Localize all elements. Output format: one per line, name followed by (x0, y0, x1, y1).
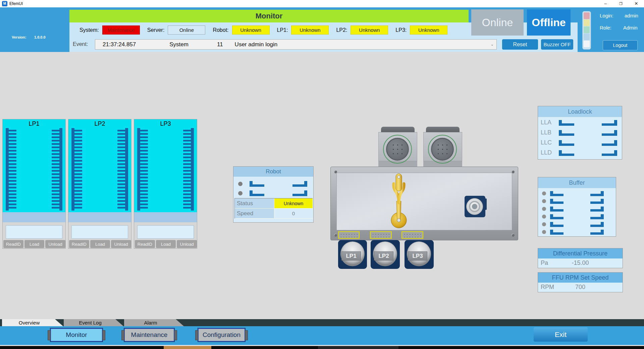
loadlock-row-label: LLC (541, 139, 552, 146)
lp3-cassette-panel: LP3 ReadID Load Unload (134, 119, 197, 249)
event-code: 11 (217, 41, 223, 48)
robot-status-table: Status Unknown Speed 0 (234, 198, 313, 219)
wafer-bracket-right-icon (602, 130, 617, 136)
lp2-status-value: Unknown (351, 25, 388, 35)
wafer-bracket-left-icon (550, 230, 564, 235)
buffer-slot-row (538, 228, 616, 236)
wafer-bracket-right-icon (590, 230, 604, 235)
loadlock-panel: Loadlock LLA LLB LLC LLD (538, 106, 622, 160)
loadlock-chamber-b-graphic (423, 127, 462, 167)
configuration-nav-button[interactable]: Configuration (198, 328, 245, 342)
server-status-value: Online (168, 25, 205, 35)
robot-status-value: Unknown (232, 25, 270, 35)
wafer-bracket-left-icon (250, 190, 264, 196)
lp2-status-label: LP2: (336, 27, 347, 33)
lp2-load-button[interactable]: Load (90, 240, 110, 248)
presence-dot-icon (542, 230, 546, 234)
version-box: Version: 1.0.0.0 (2, 7, 69, 52)
event-time: 21:37:24.857 (103, 41, 136, 48)
screw-icon (334, 234, 337, 237)
lp2-cassette-title: LP2 (68, 120, 131, 127)
exit-button[interactable]: Exit (534, 327, 588, 342)
reset-button[interactable]: Reset (502, 39, 538, 50)
maintenance-nav-button[interactable]: Maintenance (124, 328, 174, 342)
server-status-label: Server: (147, 27, 165, 33)
lp1-cassette-panel: LP1 ReadID Load Unload (2, 119, 66, 249)
robot-speed-row-value: 0 (274, 209, 313, 218)
lp3-load-button[interactable]: Load (156, 240, 176, 248)
lp1-status-band (3, 212, 65, 222)
chamber-pin-dots (391, 143, 405, 156)
wafer-bracket-left-icon (559, 150, 574, 156)
tower-segment-green (584, 26, 590, 33)
tower-segment-blue (584, 34, 590, 40)
wafer-bracket-right-icon (292, 190, 307, 196)
lp1-load-button[interactable]: Load (24, 240, 45, 248)
lp2-unload-button[interactable]: Unload (111, 240, 131, 248)
robot-arm-a-sensors (233, 179, 313, 189)
lp3-readid-button[interactable]: ReadID (135, 240, 155, 248)
wafer-bracket-left-icon (559, 120, 574, 126)
lp2-readid-button[interactable]: ReadID (69, 240, 89, 248)
tab-overview[interactable]: Overview (2, 319, 63, 326)
lp1-loadport-label: LP1 (341, 251, 361, 260)
wafer-slot-rack (183, 128, 194, 211)
window-titlebar: M EfemUI – ❐ ✕ (0, 0, 644, 7)
login-value: admin (625, 13, 638, 18)
lp3-status-band (134, 212, 197, 222)
wafer-bracket-left-icon (550, 214, 564, 219)
wafer-bracket-left-icon (550, 207, 564, 212)
signal-tower-indicator (582, 11, 591, 50)
wafer-bracket-right-icon (602, 120, 617, 126)
monitor-nav-button[interactable]: Monitor (50, 328, 103, 342)
robot-status-row-label: Status (235, 198, 274, 208)
online-button[interactable]: Online (471, 9, 524, 36)
wafer-aligner-graphic (465, 196, 485, 217)
tab-alarm[interactable]: Alarm (124, 319, 184, 326)
robot-arm-graphic (385, 172, 412, 229)
lp2-cassette-panel: LP2 ReadID Load Unload (68, 119, 131, 249)
ffu-rpm-title: FFU RPM Set Speed (538, 273, 623, 283)
close-icon[interactable]: ✕ (629, 0, 644, 7)
offline-button[interactable]: Offline (527, 9, 571, 36)
lp2-door-graphic (370, 231, 392, 239)
buzzer-off-button[interactable]: Buzzer OFF (541, 39, 573, 50)
tower-segment-yellow (584, 19, 590, 26)
wafer-bracket-right-icon (602, 140, 617, 146)
version-value: 1.0.0.0 (34, 35, 46, 39)
presence-dot-icon (238, 191, 243, 195)
lp3-unload-button[interactable]: Unload (177, 240, 197, 248)
wafer-bracket-right-icon (590, 214, 604, 219)
login-label: Login: (600, 13, 613, 18)
lp2-loadport-label: LP2 (374, 251, 393, 260)
wafer-bracket-right-icon (590, 207, 604, 212)
lp1-unload-button[interactable]: Unload (45, 240, 65, 248)
wafer-bracket-left-icon (559, 130, 574, 136)
lp1-readid-button[interactable]: ReadID (3, 240, 23, 248)
buffer-slot-row (538, 221, 616, 228)
lp3-carrier-id-field[interactable] (137, 225, 194, 239)
buffer-slot-row (538, 205, 616, 213)
minimize-icon[interactable]: – (598, 0, 613, 7)
restore-icon[interactable]: ❐ (613, 0, 629, 7)
lp1-status-label: LP1: (277, 27, 288, 33)
pressure-value: -15.00 (538, 259, 623, 267)
logout-button[interactable]: Logout (603, 40, 638, 50)
tab-event-log[interactable]: Event Log (64, 319, 123, 326)
loadlock-chamber-a-graphic (378, 127, 417, 167)
lp1-cassette-map: LP1 (3, 119, 65, 212)
tower-segment-red (584, 12, 590, 19)
wafer-slot-rack (71, 128, 82, 211)
loadlock-row-label: LLB (541, 129, 551, 136)
event-dropdown[interactable]: 21:37:24.857 System 11 User admin login … (95, 39, 497, 50)
lp1-cassette-title: LP1 (3, 120, 65, 127)
lp1-status-value: Unknown (291, 25, 329, 35)
lp3-status-label: LP3: (395, 27, 407, 33)
lp1-carrier-id-field[interactable] (6, 225, 62, 239)
robot-status-label: Robot: (213, 27, 228, 33)
system-status-label: System: (79, 27, 99, 33)
chevron-down-icon: ⌄ (491, 42, 494, 47)
wafer-bracket-right-icon (590, 191, 604, 196)
tower-segment-white (584, 41, 590, 47)
lp2-carrier-id-field[interactable] (71, 225, 128, 239)
